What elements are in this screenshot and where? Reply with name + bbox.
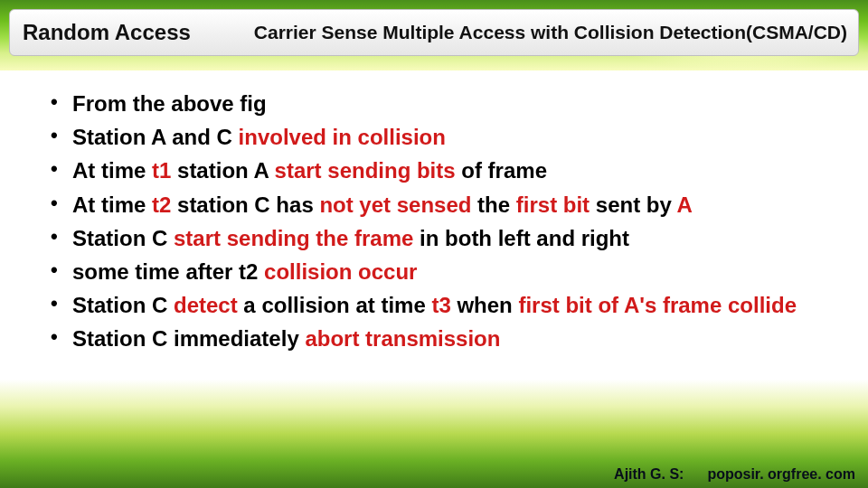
footer-author: Ajith G. S: [614,466,684,483]
list-item: Station C immediately abort transmission [43,322,850,355]
bullet-list: From the above fig Station A and C invol… [43,87,850,356]
list-item: some time after t2 collision occur [43,255,850,288]
list-item: From the above fig [43,87,850,120]
bullet-text-red: collision occur [264,259,417,284]
bullet-text-red: detect [174,293,243,317]
bullet-text: sent by [596,192,677,217]
bullet-text-red: start sending the frame [174,226,420,250]
bullet-text: station C has [177,192,319,217]
bullet-text: Station C [72,293,174,317]
list-item: Station C detect a collision at time t3 … [43,288,850,322]
bullet-text: Station A and C [72,125,239,149]
bullet-text-red: abort transmission [305,326,500,351]
list-item: At time t2 station C has not yet sensed … [43,188,850,221]
list-item: Station A and C involved in collision [43,120,850,154]
bullet-text-red: t3 [431,293,457,317]
bullet-text: when [457,293,518,317]
bullet-text: in both left and right [420,226,629,250]
bullet-text-red: involved in collision [239,125,446,149]
bullet-text: At time [72,192,152,217]
bullet-text: station A [177,158,275,183]
bullet-text-red: first bit [516,192,596,217]
header-bar: Random Access Carrier Sense Multiple Acc… [9,9,859,56]
bullet-text: At time [72,158,152,183]
bullet-text: some time after t2 [72,259,264,284]
bullet-text-red: start sending bits [275,158,462,183]
footer-url: poposir. orgfree. com [707,466,855,483]
bullet-text-red: A [677,192,693,217]
bullet-text-red: not yet sensed [319,192,477,217]
bullet-text-red: t2 [152,192,177,217]
list-item: Station C start sending the frame in bot… [43,221,850,255]
bullet-text-red: t1 [152,158,177,183]
slide-content: From the above fig Station A and C invol… [43,87,850,356]
bullet-text: Station C immediately [72,326,305,351]
bullet-text: From the above fig [72,91,267,116]
bullet-text: of frame [461,158,547,183]
bullet-text: a collision at time [243,293,431,317]
bullet-text-red: first bit of A's frame collide [518,293,797,317]
bullet-text: Station C [72,226,174,250]
header-right-title: Carrier Sense Multiple Access with Colli… [191,22,851,43]
header-left-title: Random Access [17,20,191,45]
footer: Ajith G. S: poposir. orgfree. com [614,466,855,483]
bullet-text: the [477,192,516,217]
list-item: At time t1 station A start sending bits … [43,154,850,187]
